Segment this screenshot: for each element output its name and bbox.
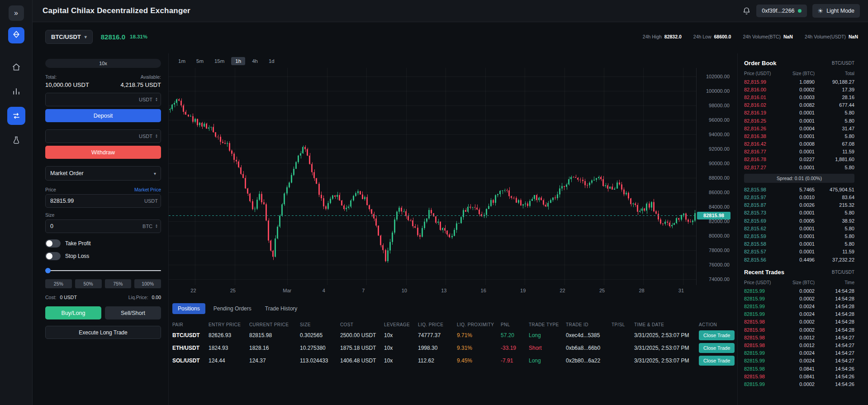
market-price-link[interactable]: Market Price [134,187,161,192]
trade-row[interactable]: 82815.99 0.0024 14:54:28 [744,310,854,318]
percent-button[interactable]: 25% [45,279,72,288]
withdraw-button[interactable]: Withdraw [45,146,161,159]
bid-total: 5.80 [815,241,854,247]
execute-trade-button[interactable]: Execute Long Trade [45,326,161,339]
stop-loss-toggle[interactable] [45,252,61,260]
deposit-amount-input[interactable] [50,96,136,103]
take-profit-toggle[interactable] [45,239,61,248]
bid-row[interactable]: 82,815.62 0.0001 5.80 [744,224,854,232]
trade-row[interactable]: 82815.99 0.0002 14:54:26 [744,380,854,388]
bar-chart-icon [12,87,21,96]
trade-size: 0.0012 [782,335,815,340]
trade-row[interactable]: 82815.98 0.0841 14:54:26 [744,365,854,372]
sidebar-item-trade[interactable] [7,107,25,125]
trade-row[interactable]: 82815.98 0.0012 14:54:27 [744,334,854,341]
column-header: ACTION [699,320,724,329]
spread-indicator: Spread: 0.01 (0.00%) [744,174,854,183]
ask-row[interactable]: 82,816.38 0.0001 5.80 [744,132,854,140]
slider-thumb[interactable] [45,268,51,273]
bid-row[interactable]: 82,815.56 0.4496 37,232.22 [744,256,854,263]
ask-row[interactable]: 82,817.27 0.0001 5.80 [744,163,854,171]
percent-button[interactable]: 100% [134,279,161,288]
sell-short-button[interactable]: Sell/Short [105,306,161,319]
size-unit: BTC [142,224,152,229]
sidebar-expand-button[interactable]: » [9,5,24,21]
trade-row[interactable]: 82815.99 0.0024 14:54:28 [744,303,854,310]
bid-row[interactable]: 82,815.98 5.7465 475,904.51 [744,186,854,193]
number-stepper-icon[interactable]: ▲▼ [155,134,158,138]
bid-row[interactable]: 82,815.58 0.0001 5.80 [744,240,854,248]
trade-row[interactable]: 82815.99 0.0002 14:54:28 [744,287,854,295]
percent-button[interactable]: 50% [75,279,102,288]
bid-row[interactable]: 82,815.69 0.0005 38.92 [744,217,854,224]
ask-row[interactable]: 82,816.01 0.0003 28.16 [744,93,854,101]
timeframe-button[interactable]: 1h [231,57,245,65]
theme-toggle-button[interactable]: ☀ Light Mode [812,4,860,18]
close-trade-button[interactable]: Close Trade [699,356,735,366]
trade-row[interactable]: 82815.99 0.0024 14:54:27 [744,357,854,365]
bid-row[interactable]: 82,815.73 0.0001 5.80 [744,209,854,217]
price-chart[interactable]: 102000.00100000.0098000.0096000.0094000.… [169,68,731,297]
ask-total: 90,188.27 [815,79,854,85]
timeframe-button[interactable]: 1m [174,57,190,65]
ask-row[interactable]: 82,815.99 1.0890 90,188.27 [744,78,854,86]
trade-row[interactable]: 82815.99 0.0024 14:54:27 [744,349,854,357]
ask-row[interactable]: 82,816.78 0.0227 1,881.60 [744,156,854,163]
ask-total: 28.16 [815,95,854,100]
bid-row[interactable]: 82,815.97 0.0010 83.64 [744,193,854,201]
bid-row[interactable]: 82,815.87 0.0026 215.32 [744,201,854,209]
app-logo[interactable] [8,27,24,43]
bid-size: 0.0001 [782,210,815,215]
trade-row[interactable]: 82815.98 0.0841 14:54:26 [744,372,854,380]
bid-row[interactable]: 82,815.59 0.0001 5.80 [744,232,854,240]
deposit-button[interactable]: Deposit [45,109,161,122]
ask-size: 0.0004 [782,126,815,131]
ask-row[interactable]: 82,816.26 0.0004 31.47 [744,124,854,132]
y-axis-label: 78000.00 [709,248,730,253]
percent-button[interactable]: 75% [105,279,132,288]
size-percent-slider[interactable] [45,267,161,274]
ask-row[interactable]: 82,816.42 0.0008 67.08 [744,140,854,148]
buy-long-button[interactable]: Buy/Long [45,306,101,319]
ask-row[interactable]: 82,816.77 0.0001 11.59 [744,148,854,156]
wallet-address-pill[interactable]: 0xf39f...2266 [756,5,806,17]
order-book-pair: BTC/USDT [832,61,854,66]
left-sidebar: » [0,0,33,405]
withdraw-amount-input[interactable] [50,133,136,139]
size-input[interactable] [50,223,140,229]
bid-row[interactable]: 82,815.57 0.0001 11.59 [744,248,854,256]
price-input[interactable] [50,198,142,204]
sidebar-item-lab[interactable] [7,131,25,149]
last-price: 82816.0 [101,33,125,41]
chart-section: 1m 5m 15m 1h 4h 1d 102000.00100000.00980… [168,53,731,405]
ask-row[interactable]: 82,816.00 0.0002 17.39 [744,86,854,93]
tab-button[interactable]: Positions [172,303,205,314]
stop-loss-label: Stop Loss [65,253,89,259]
bid-total: 5.80 [815,226,854,231]
order-type-select[interactable]: Market Order ▾ [45,166,161,181]
close-trade-button[interactable]: Close Trade [699,330,735,340]
number-stepper-icon[interactable]: ▲▼ [155,97,158,102]
sidebar-item-stats[interactable] [7,82,25,100]
ask-row[interactable]: 82,816.25 0.0001 5.80 [744,117,854,124]
trade-row[interactable]: 82815.98 0.0012 14:54:27 [744,341,854,349]
timeframe-button[interactable]: 1d [265,57,279,65]
timeframe-button[interactable]: 4h [248,57,262,65]
tab-button[interactable]: Trade History [260,303,303,314]
number-stepper-icon[interactable]: ▲▼ [155,224,158,229]
notifications-bell-icon[interactable] [742,7,751,15]
timeframe-button[interactable]: 5m [192,57,208,65]
pair-selector[interactable]: BTC/USDT ▾ [45,30,93,44]
candlestick-canvas[interactable] [169,68,697,285]
leverage-control[interactable]: 10x [45,59,161,68]
timeframe-button[interactable]: 15m [210,57,228,65]
close-trade-button[interactable]: Close Trade [699,343,735,353]
trade-row[interactable]: 82815.98 0.0002 14:54:28 [744,318,854,326]
ask-row[interactable]: 82,816.02 0.0082 677.44 [744,101,854,109]
trade-row[interactable]: 82815.99 0.0002 14:54:28 [744,295,854,302]
tab-button[interactable]: Pending Orders [208,303,257,314]
bid-size: 0.4496 [782,257,815,262]
ask-row[interactable]: 82,816.19 0.0001 5.80 [744,109,854,117]
sidebar-item-home[interactable] [7,58,25,76]
trade-row[interactable]: 82815.98 0.0002 14:54:28 [744,326,854,334]
